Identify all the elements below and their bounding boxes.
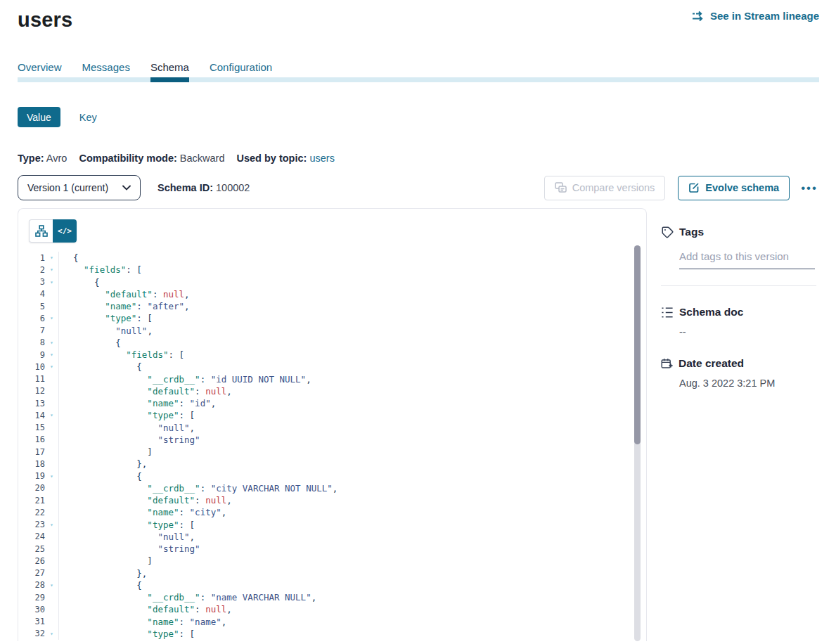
tree-view-icon (35, 225, 48, 237)
code-text: ] (73, 555, 153, 566)
calendar-icon (661, 358, 673, 370)
fold-toggle-icon[interactable]: ▾ (45, 337, 59, 349)
line-number: 28 (18, 580, 45, 590)
code-text: }, (73, 568, 147, 579)
compatibility-mode: Compatibility mode: Backward (79, 153, 224, 164)
line-number: 9 (18, 350, 45, 360)
line-number: 25 (18, 544, 45, 554)
line-number: 16 (18, 434, 45, 444)
see-in-stream-lineage-link[interactable]: See in Stream lineage (692, 10, 819, 22)
code-line: 32▾ "type": [ (18, 628, 646, 640)
value-toggle-button[interactable]: Value (18, 107, 60, 127)
version-toolbar: Version 1 (current) Schema ID: 100002 Co… (18, 175, 819, 200)
schema-doc-header: Schema doc (661, 306, 816, 318)
code-line: 15 "null", (18, 422, 646, 434)
add-tags-input[interactable] (679, 250, 815, 269)
fold-spacer (45, 397, 59, 409)
fold-toggle-icon[interactable]: ▾ (45, 349, 59, 361)
fold-toggle-icon[interactable]: ▾ (45, 312, 59, 324)
line-number: 31 (18, 617, 45, 626)
schema-sidebar: Tags Schema doc -- (647, 208, 819, 641)
fold-toggle-icon[interactable]: ▾ (45, 579, 59, 591)
code-line: 12 "default": null, (18, 385, 646, 397)
code-text: { (73, 252, 79, 263)
fold-toggle-icon[interactable]: ▾ (45, 264, 59, 276)
date-created-header: Date created (661, 357, 816, 370)
fold-toggle-icon[interactable]: ▾ (45, 252, 59, 264)
code-text: "null", (73, 423, 195, 433)
code-text: ] (73, 446, 153, 457)
code-scrollbar-thumb[interactable] (634, 245, 641, 444)
line-number: 20 (18, 483, 45, 493)
fold-toggle-icon[interactable]: ▾ (45, 276, 59, 288)
code-line: 27 }, (18, 567, 646, 579)
tree-view-button[interactable] (29, 219, 53, 243)
code-text: "string" (73, 543, 200, 554)
fold-spacer (45, 616, 59, 628)
code-line: 11 "__crdb__": "id UUID NOT NULL", (18, 373, 646, 385)
value-key-toggle: Value Key (18, 107, 819, 127)
evolve-schema-icon (688, 182, 700, 193)
code-line: 9▾ "fields": [ (18, 349, 646, 361)
code-scrollbar-track[interactable] (634, 245, 641, 641)
fold-spacer (45, 506, 59, 518)
line-number: 30 (18, 605, 45, 614)
fold-toggle-icon[interactable]: ▾ (45, 409, 59, 421)
line-number: 17 (18, 447, 45, 457)
code-text: "null", (73, 532, 195, 542)
line-number: 3 (18, 277, 45, 287)
code-text: "type": [ (73, 410, 195, 420)
code-line: 8▾ { (18, 337, 646, 349)
fold-toggle-icon[interactable]: ▾ (45, 628, 59, 640)
date-created-value: Aug. 3 2022 3:21 PM (679, 378, 816, 389)
line-number: 5 (18, 302, 45, 311)
line-number: 6 (18, 314, 45, 323)
tab-messages[interactable]: Messages (82, 61, 130, 82)
fold-toggle-icon[interactable]: ▾ (45, 519, 59, 531)
tab-configuration[interactable]: Configuration (210, 61, 272, 82)
schema-id-value: 100002 (216, 182, 250, 193)
code-line: 3▾ { (18, 276, 646, 288)
code-line: 20 "__crdb__": "city VARCHAR NOT NULL", (18, 482, 646, 494)
schema-code-panel: </> 1▾{2▾ "fields": [3▾ {4 "default": nu… (18, 208, 647, 641)
key-toggle-button[interactable]: Key (79, 112, 97, 123)
compare-versions-icon (555, 182, 567, 193)
evolve-schema-button[interactable]: Evolve schema (678, 176, 790, 200)
line-number: 7 (18, 326, 45, 335)
tags-title: Tags (679, 226, 704, 238)
doc-list-icon (661, 307, 674, 318)
used-by-topic-link[interactable]: users (309, 153, 334, 164)
compare-versions-button[interactable]: Compare versions (544, 176, 666, 200)
fold-toggle-icon[interactable]: ▾ (45, 470, 59, 482)
code-text: "name": "city", (73, 507, 226, 517)
code-view-icon: </> (58, 226, 72, 236)
more-actions-button[interactable]: ••• (799, 179, 819, 197)
line-number: 29 (18, 593, 45, 603)
code-line: 17 ] (18, 446, 646, 458)
code-text: { (73, 471, 142, 482)
fold-spacer (45, 422, 59, 434)
fold-spacer (45, 591, 59, 603)
tab-schema[interactable]: Schema (150, 61, 189, 82)
fold-spacer (45, 373, 59, 385)
code-view-button[interactable]: </> (53, 219, 77, 243)
evolve-schema-label: Evolve schema (705, 182, 779, 193)
code-line: 19▾ { (18, 470, 646, 482)
line-number: 2 (18, 265, 45, 275)
schema-meta-row: Type: Avro Compatibility mode: Backward … (18, 153, 819, 164)
fold-spacer (45, 385, 59, 397)
code-line: 28▾ { (18, 579, 646, 591)
code-line: 6▾ "type": [ (18, 312, 646, 324)
line-number: 8 (18, 337, 45, 347)
schema-type-value: Avro (46, 153, 67, 164)
code-line: 22 "name": "city", (18, 506, 646, 518)
fold-spacer (45, 543, 59, 555)
fold-spacer (45, 603, 59, 615)
tab-overview[interactable]: Overview (18, 61, 62, 82)
fold-toggle-icon[interactable]: ▾ (45, 361, 59, 373)
line-number: 18 (18, 459, 45, 469)
line-number: 10 (18, 362, 45, 372)
version-select[interactable]: Version 1 (current) (18, 175, 141, 200)
code-line: 14▾ "type": [ (18, 409, 646, 421)
line-number: 32 (18, 629, 45, 638)
